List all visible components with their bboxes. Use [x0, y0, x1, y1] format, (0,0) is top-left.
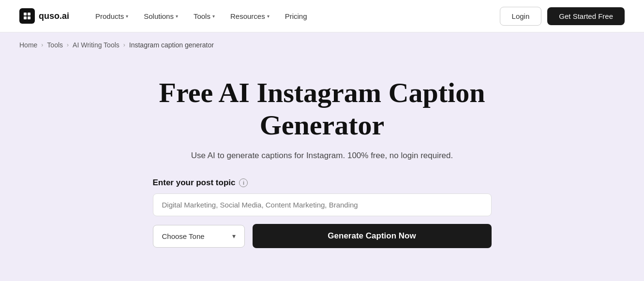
- nav-item-tools[interactable]: Tools ▾: [187, 8, 222, 24]
- navbar-left: quso.ai Products ▾ Solutions ▾ Tools ▾ R…: [19, 8, 314, 24]
- nav-item-resources[interactable]: Resources ▾: [224, 8, 276, 24]
- breadcrumb-current: Instagram caption generator: [129, 41, 214, 49]
- bottom-row: Choose Tone ▾ Generate Caption Now: [153, 224, 492, 248]
- logo[interactable]: quso.ai: [19, 8, 69, 24]
- nav-item-products[interactable]: Products ▾: [89, 8, 135, 24]
- breadcrumb-ai-writing-tools[interactable]: AI Writing Tools: [73, 41, 120, 49]
- navbar-right: Login Get Started Free: [500, 7, 625, 26]
- generate-caption-button[interactable]: Generate Caption Now: [253, 224, 492, 248]
- logo-text: quso.ai: [39, 11, 69, 21]
- chevron-down-icon: ▾: [232, 232, 236, 240]
- breadcrumb-home[interactable]: Home: [19, 41, 37, 49]
- navbar: quso.ai Products ▾ Solutions ▾ Tools ▾ R…: [0, 0, 644, 32]
- form-label: Enter your post topic i: [153, 178, 492, 188]
- logo-icon: [19, 8, 35, 24]
- get-started-button[interactable]: Get Started Free: [547, 7, 625, 25]
- info-icon: i: [239, 178, 248, 187]
- breadcrumb-separator: ›: [41, 42, 43, 48]
- chevron-down-icon: ▾: [212, 14, 215, 19]
- nav-item-solutions[interactable]: Solutions ▾: [137, 8, 185, 24]
- nav-item-pricing[interactable]: Pricing: [278, 8, 314, 24]
- svg-rect-0: [24, 13, 27, 15]
- page-title: Free AI Instagram Caption Generator: [148, 77, 496, 141]
- form-section: Enter your post topic i Choose Tone ▾ Ge…: [153, 178, 492, 248]
- svg-rect-1: [28, 13, 30, 15]
- svg-rect-3: [28, 16, 30, 19]
- login-button[interactable]: Login: [500, 7, 542, 26]
- chevron-down-icon: ▾: [267, 14, 270, 19]
- page-subtitle: Use AI to generate captions for Instagra…: [191, 151, 453, 161]
- main-content: Free AI Instagram Caption Generator Use …: [0, 58, 644, 277]
- breadcrumb-section: Home › Tools › AI Writing Tools › Instag…: [0, 32, 644, 58]
- topic-input[interactable]: [153, 193, 492, 216]
- breadcrumb-tools[interactable]: Tools: [47, 41, 63, 49]
- chevron-down-icon: ▾: [126, 14, 128, 19]
- nav-links: Products ▾ Solutions ▾ Tools ▾ Resources…: [89, 8, 314, 24]
- svg-rect-2: [24, 16, 27, 19]
- chevron-down-icon: ▾: [176, 14, 178, 19]
- breadcrumb: Home › Tools › AI Writing Tools › Instag…: [19, 41, 625, 49]
- breadcrumb-separator: ›: [123, 42, 125, 48]
- tone-selector[interactable]: Choose Tone ▾: [153, 225, 245, 248]
- breadcrumb-separator: ›: [67, 42, 69, 48]
